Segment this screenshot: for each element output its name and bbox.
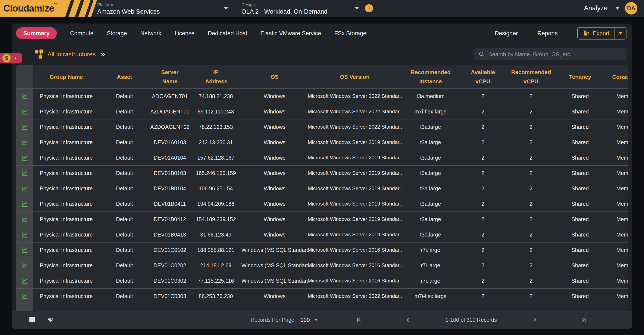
cell-ip: 31.88.123.49	[190, 227, 242, 242]
cell-available_vcpu: 2	[460, 288, 506, 304]
row-chart-icon[interactable]	[16, 288, 33, 304]
chevron-down-icon[interactable]	[615, 7, 620, 10]
records-per-page-value[interactable]: 100	[300, 317, 310, 323]
cell-constraint: Memory	[605, 196, 628, 212]
logo-stripe	[68, 0, 81, 17]
column-header[interactable]: Constraint	[605, 66, 628, 88]
designer-link[interactable]: Designer	[495, 30, 518, 37]
tab-dedicated-host[interactable]: Dedicated Host	[208, 30, 247, 37]
row-chart-icon[interactable]	[16, 165, 33, 181]
cell-available_vcpu: 2	[460, 273, 506, 288]
design-label: Design	[242, 2, 368, 7]
column-header[interactable]: OS	[242, 66, 308, 88]
double-chevron-icon[interactable]: »	[101, 50, 105, 58]
column-header[interactable]: Asset	[99, 66, 150, 88]
table-row[interactable]: Physical InfrastructureDefaultDEV01A0104…	[16, 150, 628, 165]
tab-elastic-vmware-service[interactable]: Elastic VMware Service	[260, 30, 321, 37]
table-row[interactable]: Physical InfrastructureDefaultAZDOAGENT0…	[16, 119, 628, 134]
next-page-icon[interactable]	[532, 317, 538, 324]
table-row[interactable]: Physical InfrastructureDefaultDEV01B0411…	[16, 196, 628, 212]
table-row[interactable]: Physical InfrastructureDefaultDEV01A0103…	[16, 134, 628, 150]
cloudamize-logo[interactable]: Cloudamize™	[0, 0, 100, 17]
table-row[interactable]: Physical InfrastructureDefaultDEV01C0303…	[16, 288, 628, 304]
row-chart-icon[interactable]	[16, 242, 33, 258]
cost-panel-toggle[interactable]: $ ›	[0, 53, 22, 64]
row-chart-icon[interactable]	[16, 258, 33, 273]
row-chart-icon[interactable]	[16, 104, 33, 119]
table-row[interactable]: Physical InfrastructureDefaultAZDOAGENT0…	[16, 104, 628, 119]
cell-tenancy: Shared	[556, 242, 605, 258]
cell-ip: 157.62.128.167	[190, 150, 242, 165]
tab-network[interactable]: Network	[140, 30, 161, 37]
cell-asset: Default	[99, 104, 150, 119]
table-row[interactable]: Physical InfrastructureDefaultDEV01C0302…	[16, 273, 628, 288]
row-chart-icon[interactable]	[16, 181, 33, 196]
row-chart-icon[interactable]	[16, 150, 33, 165]
row-chart-icon[interactable]	[16, 273, 33, 288]
chevron-down-icon[interactable]	[355, 7, 359, 10]
row-chart-icon[interactable]	[16, 134, 33, 150]
cell-recommended_vcpu: 2	[506, 242, 556, 258]
tab-license[interactable]: License	[174, 30, 194, 37]
export-dropdown-button[interactable]	[614, 28, 626, 39]
cell-ip: 86.253.76.230	[190, 288, 242, 304]
reports-link[interactable]: Reports	[538, 30, 558, 37]
table-row[interactable]: Physical InfrastructureDefaultDEV01B0413…	[16, 227, 628, 242]
cell-tenancy: Shared	[556, 181, 605, 196]
previous-page-icon[interactable]	[405, 317, 411, 324]
cell-instance: t3a.large	[402, 181, 460, 196]
tab-fsx-storage[interactable]: FSx Storage	[334, 30, 366, 37]
search-input[interactable]	[474, 48, 626, 60]
platform-dropdown[interactable]: Platform Amazon Web Services	[97, 2, 236, 15]
info-icon[interactable]: i	[365, 4, 373, 12]
export-button[interactable]: Export	[578, 28, 614, 39]
tab-compute[interactable]: Compute	[70, 30, 94, 37]
tab-storage[interactable]: Storage	[107, 30, 127, 37]
column-header[interactable]: Available vCPU	[460, 66, 506, 88]
column-header[interactable]: Recommended vCPU	[506, 66, 556, 88]
design-dropdown[interactable]: Design OLA 2 - Workload, On-Demand	[242, 2, 368, 15]
table-row[interactable]: Physical InfrastructureDefaultDEV01B0103…	[16, 165, 628, 181]
cell-os_version: Microsoft Windows Server 2022 Standar...	[308, 104, 402, 119]
cell-group: Physical Infrastructure	[33, 212, 99, 227]
chevron-down-icon[interactable]	[224, 7, 228, 10]
row-chart-icon[interactable]	[16, 196, 33, 212]
cell-constraint: Memory	[605, 258, 628, 273]
columns-icon[interactable]	[28, 316, 36, 324]
column-header[interactable]: OS Version	[308, 66, 402, 88]
analyze-menu[interactable]: Analyze	[584, 4, 608, 12]
first-page-icon[interactable]	[356, 317, 362, 324]
column-header[interactable]: Server Name	[150, 66, 190, 88]
column-header[interactable]: Group Name	[33, 66, 99, 88]
cell-constraint: Memory	[605, 134, 628, 150]
table-row-partial	[16, 304, 628, 311]
chevron-down-icon[interactable]	[314, 319, 318, 321]
table-row[interactable]: Physical InfrastructureDefaultADOAGENT01…	[16, 88, 628, 104]
column-header[interactable]: Recommended Instance	[402, 66, 460, 88]
cell-group: Physical Infrastructure	[33, 150, 99, 165]
row-chart-icon[interactable]	[16, 88, 33, 104]
breadcrumb[interactable]: All Infrastructures »	[34, 49, 105, 60]
table-row[interactable]: Physical InfrastructureDefaultDEV01B0104…	[16, 181, 628, 196]
cell-ip: 154.189.239.152	[190, 212, 242, 227]
cell-constraint: Memory	[605, 104, 628, 119]
table-row[interactable]: Physical InfrastructureDefaultDEV01C0202…	[16, 258, 628, 273]
table-row[interactable]: Physical InfrastructureDefaultDEV01C0102…	[16, 242, 628, 258]
row-chart-icon[interactable]	[16, 227, 33, 242]
column-header[interactable]: IP Address	[190, 66, 242, 88]
cell-instance: r7i.large	[402, 258, 460, 273]
cell-ip: 214.181.2.69	[190, 258, 242, 273]
table-row[interactable]: Physical InfrastructureDefaultDEV01B0412…	[16, 212, 628, 227]
column-header[interactable]: Tenancy	[556, 66, 605, 88]
divider	[482, 27, 482, 40]
tab-summary[interactable]: Summary	[16, 27, 57, 39]
cell-instance: t3a.large	[402, 212, 460, 227]
row-chart-icon[interactable]	[16, 119, 33, 134]
row-chart-icon[interactable]	[16, 212, 33, 227]
reorder-rows-icon[interactable]	[47, 316, 54, 324]
cell-recommended_vcpu: 2	[506, 258, 556, 273]
last-page-icon[interactable]	[580, 317, 587, 324]
avatar[interactable]: DA	[625, 2, 638, 14]
cell-group: Physical Infrastructure	[33, 134, 99, 150]
cell-tenancy: Shared	[556, 88, 605, 104]
